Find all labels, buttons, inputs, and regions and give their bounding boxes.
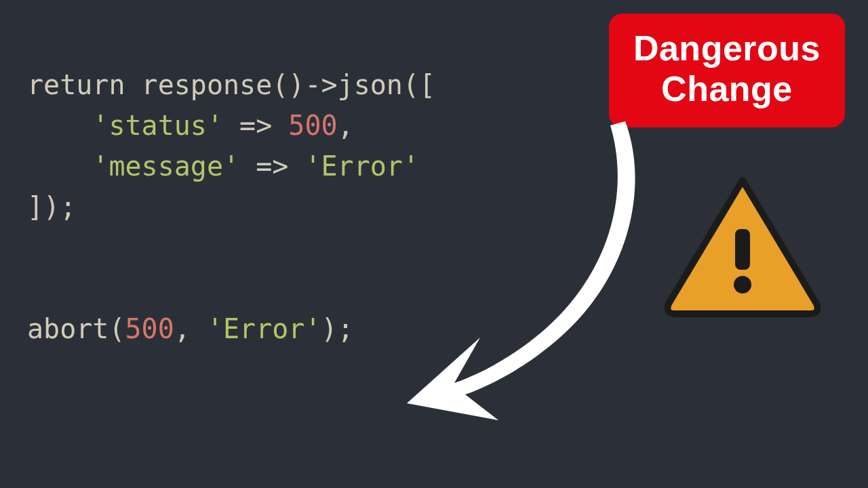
- code-token: 'status': [92, 110, 223, 141]
- dangerous-change-badge: Dangerous Change: [609, 14, 845, 127]
- curved-arrow-icon: [400, 112, 644, 430]
- code-token: [27, 150, 92, 182]
- code-token: abort(: [27, 313, 125, 344]
- code-token: ]);: [27, 191, 76, 222]
- badge-line: Change: [633, 69, 821, 110]
- svg-rect-0: [735, 229, 750, 270]
- code-token: );: [321, 313, 354, 344]
- code-token: ,: [174, 313, 207, 344]
- code-token: 'message': [92, 150, 239, 182]
- code-token: 'Error': [207, 313, 321, 344]
- warning-icon: [665, 175, 821, 317]
- code-token: ,: [338, 110, 354, 141]
- code-token: 500: [288, 110, 337, 141]
- code-token: 500: [125, 313, 174, 344]
- code-token: =>: [239, 150, 304, 182]
- svg-point-1: [734, 276, 751, 293]
- code-snippet: return response()->json([ 'status' => 50…: [27, 64, 435, 349]
- code-token: =>: [223, 110, 288, 141]
- code-token: [27, 110, 92, 141]
- badge-line: Dangerous: [633, 28, 821, 69]
- code-token: return response()->json([: [27, 69, 435, 100]
